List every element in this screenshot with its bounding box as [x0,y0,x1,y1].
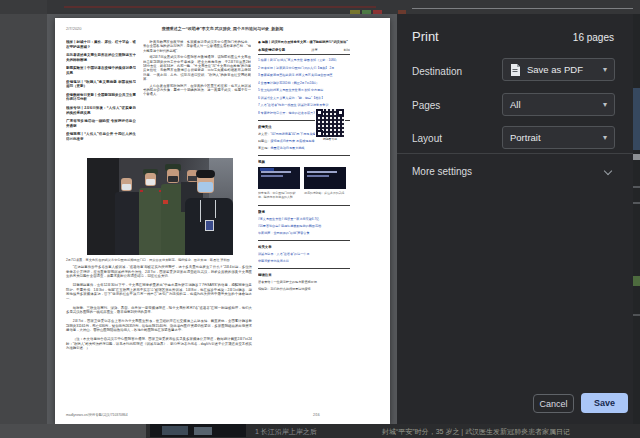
page-count-label: 16 pages [573,32,614,43]
face-mask [168,176,178,182]
face-mask [188,176,197,181]
related-article-link: 华南海鲜市场关闭之后 [258,259,350,263]
topic-list-header: 本期疫情记录专题 排序 时间 [258,48,350,55]
destination-label: Destination [412,66,462,77]
pages-value: All [510,99,603,110]
cancel-button[interactable]: Cancel [533,394,574,413]
topic-list-sort-label: 排序 [311,48,317,52]
underlying-page-bottom-strip: 1 长江沿岸上岸之后 封城“平安”时分，35 岁之 | 武汉医生发新冠肺炎患者家… [0,424,640,438]
article-left-column: 独家丨封城十日：菜价、床位、红十字会，谁在守护这座城？ 亲历者讲述李文亮生前所在… [66,40,136,158]
topic-list-item: 7 八名“造谣者”均为一线医生 训诫程序引法学界争议 [258,103,350,107]
face-mask [146,179,155,185]
qr-code [316,109,344,137]
preview-footer-page-number: 2/16 [313,413,320,417]
preview-footer-url: madlynews.cn/疫情专题/武汉/710370864 [66,413,128,417]
paragraph: “在这起事件当中多名当事人被训诫，‘造谣信息’却被证实为疫情预警，这十多天里究竟… [66,265,252,279]
video-captions: 悼念现场：中心医院门口的鲜花、哨声与不肯散去的人群 漂流的求助帖：床位之外的武汉 [258,192,350,200]
print-dialog-title: Print [412,29,439,44]
dropdown-caret-icon: ▾ [603,100,607,109]
underlying-page-caption: 封城“平安”时分，35 岁之 | 武汉医生发新冠肺炎患者家属日记 [382,427,570,437]
print-dialog: Print 16 pages Destination Save as PDF ▾… [397,14,633,424]
video-thumbnails [258,167,350,189]
qr-caption: 扫码看专题 [316,137,344,141]
related-article-link: 训诫与边界：八名“造谣者”的这一个月 [258,252,350,256]
pdf-doc-icon [510,64,520,76]
dropdown-caret-icon: ▾ [603,133,607,142]
expert-row: 李兰娟：危重症救治仍是最大挑战 [258,146,350,150]
pages-label: Pages [412,100,440,111]
paragraph: 据财新、三联生活周刊、澎湃、界面、北青深一度等媒体报道，除李文亮外还有7名“造谣… [66,306,252,315]
right-column-note: ◉ 视频丨武汉市民自发悼念李文亮：楼下响起哨声与“武汉加油” [258,40,350,44]
topic-list: 1 独家丨武汉“吹哨人”李文亮去世 举国哀悼（更新：1084） 2 记者手记丨深… [258,58,350,114]
paragraph: （注：本文信息综合自武汉市中心医院官方通报、国家卫健委发布会实录及多家媒体公开报… [66,337,252,351]
qr-code-block: 扫码看专题 [315,108,345,142]
article-middle-column: 昨夜无数网友彻夜守候，多家媒体记录武汉市中心医院门外的悼念。来自全国各地的鲜花与… [143,40,251,158]
section-d-title: 相关文章 [258,245,350,249]
video-thumbnail [258,167,300,189]
underlying-page-caption: 1 长江沿岸上岸之后 [255,427,317,437]
paragraph: 据2月7日凌晨武汉市中心医院官方微博通报，该院眼科医生李文亮在抗击新冠肺炎疫情工… [143,55,251,81]
underlying-page-thumbnail [150,424,246,437]
destination-select[interactable]: Save as PDF ▾ [502,58,615,81]
id-badge [205,220,214,231]
backdrop-left-band [0,14,47,424]
headline: 疫情观察丨“人传人”信息公开 十四亿人的生活因此改变 [66,132,136,141]
weibo-link: 午夜哨声：全网刷屏的“吹哨”声音合集 [258,231,350,235]
headline: 亲历者讲述李文亮生前所在的公立医院这五十天的种种困境 [66,53,136,62]
pages-select[interactable]: All ▾ [502,93,615,116]
chevron-down-icon[interactable] [604,167,612,175]
topic-list-item: 2 记者手记丨深夜武汉中心医院门外的人们【视频】 2月 [258,66,350,70]
headline: 独家丨封城十日：菜价、床位、红十字会，谁在守护这座城？ [66,40,136,49]
divider [258,155,350,156]
topic-list-item: 6 训诫书全文及当事人采访：“能，明白”【档案】 [258,96,350,100]
layout-select[interactable]: Portrait ▾ [502,126,615,149]
dialog-divider [397,153,633,154]
backdrop-bottom-edge [0,424,146,438]
weibo-link: #李文亮医生去世# 阅读量一夜之间突破6.7亿 [258,217,350,221]
divider [258,240,350,241]
topic-list-time-label: 时间 [344,48,350,52]
layout-label: Layout [412,133,442,144]
article-right-column: ◉ 视频丨武汉市民自发悼念李文亮：楼下响起哨声与“武汉加油” 本期疫情记录专题 … [258,40,350,400]
divider [258,205,350,206]
topic-list-title: 本期疫情记录专题 [258,48,285,52]
letters-line: 编辑部：我们为什么持续记录这场疫情 [258,287,350,291]
topic-list-item: 1 独家丨武汉“吹哨人”李文亮去世 举国哀悼（更新：1084） [258,58,350,62]
preview-header-title: 疫情重述之一“吹哨者”李文亮 武汉肺炎_两个月的追问与记录_新新闻 [115,26,330,31]
face-mask [122,184,131,190]
headline: 广东省等多地启动一级响应 专家呼吁信息公开透明 [66,119,136,128]
section-b-title: 视频 [258,160,350,164]
letters-line: 读者来信丨一位武汉护士的除夕夜值班日记 [258,280,350,284]
more-settings-toggle[interactable]: More settings [412,166,472,177]
paragraph: 回溯整起事件，去年12月30日下午，李文亮在同学群里发出“华南水果海鲜市场确诊了… [66,283,252,301]
dropdown-caret-icon: ▾ [603,65,607,74]
layout-value: Portrait [510,132,603,143]
preview-header-date: 2/7/2020 [66,26,82,31]
save-button[interactable]: Save [581,393,628,413]
underlying-page-accent-line [64,6,376,8]
print-preview-page: 2/7/2020 疫情重述之一“吹哨者”李文亮 武汉肺炎_两个月的追问与记录_新… [55,18,390,424]
face-mask [198,182,213,192]
divider [258,268,350,269]
headline: 疫情笔记丨“吹哨人”李文亮病逝 举国哀悼与追问（更新） [66,80,136,89]
underlying-page-right-sliver [633,14,640,424]
destination-value: Save as PDF [527,64,603,75]
screen: 2/7/2020 疫情重述之一“吹哨者”李文亮 武汉肺炎_两个月的追问与记录_新… [0,0,640,438]
browser-top-strip [0,0,640,14]
topic-list-item: 4 全国累计确诊31161例（截至2月7日24时） [258,81,350,85]
window-corner [0,0,47,14]
paragraph: 昨夜无数网友彻夜守候，多家媒体记录武汉市中心医院门外的悼念。来自全国各地的鲜花与… [143,40,251,53]
headline: 新闻实验室丨中国记者在疫情中的集体记录与反思 [66,66,136,75]
article-body: “在这起事件当中多名当事人被训诫，‘造谣信息’却被证实为疫情预警，这十多天里究竟… [66,265,252,351]
photo-caption: 2月7日凌晨，李文亮所在的武汉市中心医院后湖院区门口，民众自发前来献花、鸣哨悼念… [66,258,252,262]
paragraph: 2月7日，国家卫健委记者会上官方为李文亮医生默哀，世卫组织亦在社交媒体上表达哀悼… [66,319,252,333]
topic-list-item: 3 国家监委派调查组赴武汉 就李文亮有关问题全面调查 [258,73,350,77]
video-thumbnail [304,167,346,189]
section-e-title: 编读往来 [258,273,350,277]
underlying-page-rule [412,8,633,9]
headline: 疫情数据每日更新丨全国新冠肺炎公共卫生事件统计与分析 [66,93,136,102]
section-c-title: 微博 [258,210,350,214]
article-photo [87,158,233,255]
headline: 独家专访丨2月6日深夜：“人传人”证实背后的疾控系统反思 [66,106,136,115]
article-photo-block: 2月7日凌晨，李文亮所在的武汉市中心医院后湖院区门口，民众自发前来献花、鸣哨悼念… [66,158,252,355]
